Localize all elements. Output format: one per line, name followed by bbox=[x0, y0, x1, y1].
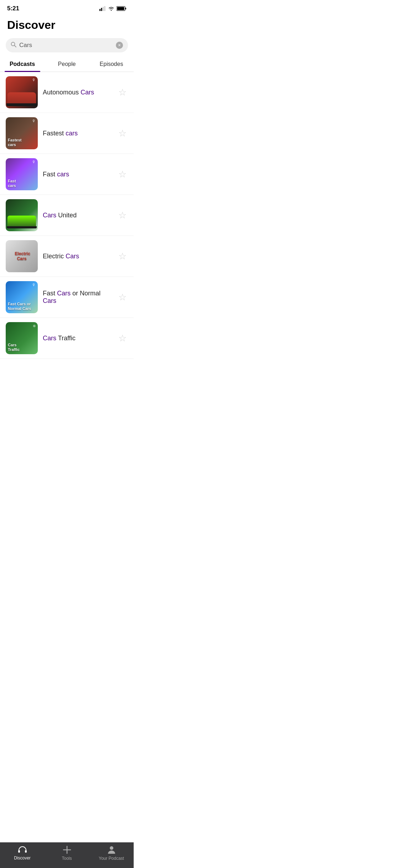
favorite-button-electric[interactable]: ☆ bbox=[117, 250, 128, 262]
mic-icon: 🎙 bbox=[32, 160, 36, 164]
page-title: Discover bbox=[7, 19, 127, 32]
favorite-button-united[interactable]: ☆ bbox=[117, 210, 128, 221]
svg-rect-5 bbox=[117, 7, 124, 10]
favorite-button-fast[interactable]: ☆ bbox=[117, 169, 128, 180]
result-label-fastest: Fastest cars bbox=[43, 130, 112, 137]
tab-podcasts[interactable]: Podcasts bbox=[0, 57, 45, 72]
mic-icon: 🎙 bbox=[32, 119, 36, 123]
search-clear-button[interactable]: × bbox=[116, 42, 123, 49]
svg-rect-2 bbox=[103, 7, 104, 11]
mic-icon: 🎙 bbox=[32, 283, 36, 287]
result-label-electric: Electric Cars bbox=[43, 253, 112, 260]
favorite-button-traffic[interactable]: ☆ bbox=[117, 332, 128, 344]
mic-icon: 🎙 bbox=[32, 78, 36, 82]
list-item[interactable]: 🎙 Autonomous Cars ☆ bbox=[0, 72, 134, 113]
tab-people[interactable]: People bbox=[45, 57, 89, 72]
thumb-label-electric: ElectricCars bbox=[15, 251, 29, 262]
thumb-label-fastest: Fastestcars bbox=[8, 138, 36, 147]
favorite-button-fastest[interactable]: ☆ bbox=[117, 128, 128, 139]
svg-line-8 bbox=[15, 46, 16, 47]
podcast-thumbnail-fastest: 🎙 Fastestcars bbox=[6, 117, 38, 149]
thumb-label-fast: Fastcars bbox=[8, 179, 36, 188]
star-icon: ☆ bbox=[118, 210, 127, 221]
result-label-fast: Fast cars bbox=[43, 171, 112, 178]
result-label-fastcars-normal: Fast Cars or Normal Cars bbox=[43, 290, 112, 305]
list-item[interactable]: ⊕ CarsTraffic Cars Traffic ☆ bbox=[0, 318, 134, 359]
podcast-thumbnail-autonomous: 🎙 bbox=[6, 76, 38, 108]
search-bar[interactable]: Cars × bbox=[6, 38, 128, 52]
result-label-united: Cars United bbox=[43, 212, 112, 219]
star-icon: ☆ bbox=[118, 333, 127, 344]
svg-rect-3 bbox=[104, 6, 106, 11]
search-icon bbox=[11, 42, 16, 49]
status-bar: 5:21 bbox=[0, 0, 134, 14]
plus-icon: ⊕ bbox=[33, 324, 36, 328]
thumb-label-traffic: CarsTraffic bbox=[8, 343, 36, 352]
list-item[interactable]: 🎙 Fastcars Fast cars ☆ bbox=[0, 154, 134, 195]
search-input[interactable]: Cars bbox=[19, 42, 113, 49]
favorite-button-fastcars-normal[interactable]: ☆ bbox=[117, 291, 128, 303]
list-item[interactable]: ElectricCars Electric Cars ☆ bbox=[0, 236, 134, 277]
tabs-container: Podcasts People Episodes bbox=[0, 57, 134, 72]
star-icon: ☆ bbox=[118, 128, 127, 139]
star-icon: ☆ bbox=[118, 251, 127, 262]
star-icon: ☆ bbox=[118, 169, 127, 180]
svg-rect-1 bbox=[101, 8, 102, 11]
status-icons bbox=[99, 6, 127, 11]
result-label-traffic: Cars Traffic bbox=[43, 335, 112, 342]
thumb-label-fastcars-normal: Fast Cars orNormal Cars bbox=[8, 302, 36, 311]
status-time: 5:21 bbox=[7, 5, 19, 12]
list-item[interactable]: 🎙 Fastestcars Fastest cars ☆ bbox=[0, 113, 134, 154]
result-label-autonomous: Autonomous Cars bbox=[43, 89, 112, 96]
signal-icon bbox=[99, 6, 106, 11]
list-item[interactable]: Cars United ☆ bbox=[0, 195, 134, 236]
podcast-thumbnail-electric: ElectricCars bbox=[6, 240, 38, 272]
results-list: 🎙 Autonomous Cars ☆ 🎙 Fastestcars Fastes… bbox=[0, 72, 134, 387]
header: Discover bbox=[0, 14, 134, 35]
podcast-thumbnail-traffic: ⊕ CarsTraffic bbox=[6, 322, 38, 354]
list-item[interactable]: 🎙 Fast Cars orNormal Cars Fast Cars or N… bbox=[0, 277, 134, 318]
search-container: Cars × bbox=[0, 35, 134, 57]
podcast-thumbnail-united bbox=[6, 199, 38, 231]
svg-rect-6 bbox=[125, 8, 127, 10]
wifi-icon bbox=[108, 6, 114, 11]
star-icon: ☆ bbox=[118, 87, 127, 98]
star-icon: ☆ bbox=[118, 292, 127, 303]
podcast-thumbnail-fastcars-normal: 🎙 Fast Cars orNormal Cars bbox=[6, 281, 38, 313]
battery-icon bbox=[117, 6, 127, 11]
tab-episodes[interactable]: Episodes bbox=[89, 57, 134, 72]
favorite-button-autonomous[interactable]: ☆ bbox=[117, 87, 128, 98]
svg-rect-0 bbox=[99, 9, 101, 11]
podcast-thumbnail-fast: 🎙 Fastcars bbox=[6, 158, 38, 190]
